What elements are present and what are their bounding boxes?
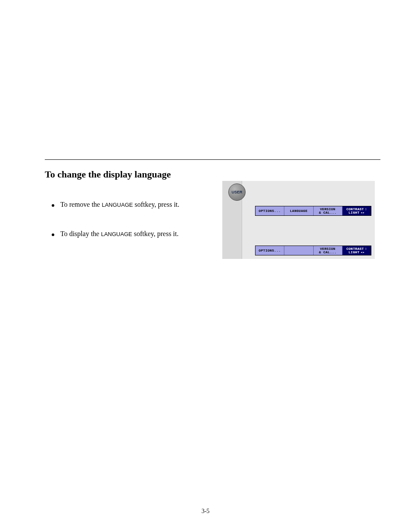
bullet-text: To display the LANGUAGE softkey, press i… — [60, 229, 179, 239]
softkey-bar-before: OPTIONS... LANGUAGE VERSION & CAL... CON… — [255, 206, 371, 216]
bullet-text-suffix: softkey, press it. — [133, 201, 179, 208]
section-heading: To change the display language — [45, 169, 171, 180]
bullet-icon — [52, 233, 54, 236]
up-down-arrow-icon: ↕ — [365, 247, 367, 251]
softkey-label-line2: & CAL... — [319, 251, 336, 254]
softkey-label-line2: & CAL... — [319, 211, 336, 215]
page-number: 3-5 — [0, 508, 411, 515]
softkey-options[interactable]: OPTIONS... — [255, 246, 284, 255]
softkey-label-line2: LIGHT◂▸ — [349, 211, 365, 215]
softkey-version-cal[interactable]: VERSION & CAL... — [314, 246, 342, 255]
softkey-name: LANGUAGE — [102, 202, 133, 208]
softkey-contrast-light[interactable]: CONTRAST↕ LIGHT◂▸ — [342, 206, 371, 215]
bullet-list: To remove the LANGUAGE softkey, press it… — [52, 200, 207, 258]
softkey-empty[interactable] — [284, 246, 313, 255]
softkey-contrast-light[interactable]: CONTRAST↕ LIGHT◂▸ — [342, 246, 371, 255]
bullet-text-prefix: To display the — [60, 230, 101, 237]
softkey-version-cal[interactable]: VERSION & CAL... — [314, 206, 342, 215]
left-right-arrow-icon: ◂▸ — [361, 251, 365, 254]
softkey-label: OPTIONS... — [259, 249, 281, 252]
softkey-label: OPTIONS... — [259, 209, 281, 213]
up-down-arrow-icon: ↕ — [365, 208, 367, 211]
list-item: To remove the LANGUAGE softkey, press it… — [52, 200, 207, 209]
bullet-text: To remove the LANGUAGE softkey, press it… — [60, 200, 179, 209]
softkey-name: LANGUAGE — [101, 231, 132, 237]
left-right-arrow-icon: ◂▸ — [361, 211, 365, 215]
bullet-icon — [52, 204, 54, 207]
bullet-text-suffix: softkey, press it. — [132, 230, 179, 237]
softkey-options[interactable]: OPTIONS... — [255, 206, 284, 215]
user-button[interactable]: USER — [228, 184, 246, 201]
softkey-label-line2: LIGHT◂▸ — [349, 251, 365, 254]
section-divider — [45, 159, 380, 160]
softkey-bar-after: OPTIONS... VERSION & CAL... CONTRAST↕ LI… — [255, 246, 371, 255]
softkey-label: LANGUAGE — [290, 209, 308, 213]
user-button-label: USER — [231, 190, 242, 194]
softkey-language[interactable]: LANGUAGE — [284, 206, 313, 215]
bullet-text-prefix: To remove the — [60, 201, 102, 208]
device-panel: USER OPTIONS... LANGUAGE VERSION & CAL..… — [222, 181, 375, 259]
list-item: To display the LANGUAGE softkey, press i… — [52, 229, 207, 239]
